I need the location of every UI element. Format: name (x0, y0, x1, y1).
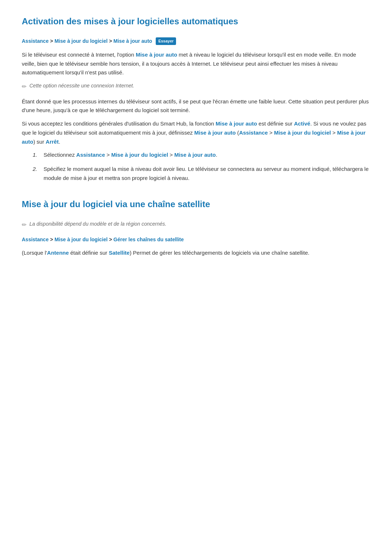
para3-h7: Arrêt (46, 139, 59, 145)
step1-pre: Sélectionnez (44, 152, 76, 158)
pencil-icon-2: ✏ (22, 220, 26, 230)
breadcrumb-logiciel-2[interactable]: Mise à jour du logiciel (54, 235, 107, 243)
step2-content: Spécifiez le moment auquel la mise à niv… (44, 165, 370, 183)
step1-h3: Mise à jour auto (174, 152, 216, 158)
para3-pre: Si vous acceptez les conditions générale… (22, 120, 216, 127)
essayer-badge[interactable]: Essayer (156, 37, 176, 45)
note-block-2: ✏ La disponibilité dépend du modèle et d… (22, 220, 370, 230)
breadcrumb-satellite[interactable]: Gérer les chaînes du satellite (114, 235, 184, 243)
para3-end: . (59, 139, 60, 145)
breadcrumb-auto-1[interactable]: Mise à jour auto (114, 37, 152, 45)
note-text-1: Cette option nécessite une connexion Int… (29, 82, 134, 90)
breadcrumb-sep-2a: > (50, 235, 53, 243)
step-1: 1. Sélectionnez Assistance > Mise à jour… (33, 151, 370, 160)
section1-para1-h1: Mise à jour auto (136, 52, 177, 58)
para3-h1: Mise à jour auto (216, 120, 257, 127)
step1-end: . (216, 152, 217, 158)
section1-para2: Étant donné que les processus internes d… (22, 97, 370, 115)
note-text-2: La disponibilité dépend du modèle et de … (29, 220, 167, 228)
section-auto-update: Activation des mises à jour logicielles … (22, 15, 370, 183)
pencil-icon-1: ✏ (22, 82, 26, 91)
section2-title: Mise à jour du logiciel via une chaîne s… (22, 197, 370, 214)
breadcrumb-2: Assistance > Mise à jour du logiciel > G… (22, 235, 370, 243)
note-block-1: ✏ Cette option nécessite une connexion I… (22, 82, 370, 91)
step1-sep1: > (105, 152, 111, 158)
section2-para1-h2: Satellite (109, 250, 130, 256)
breadcrumb-sep-1a: > (50, 37, 53, 45)
para3-h5: Mise à jour du logiciel (274, 130, 331, 136)
step1-content: Sélectionnez Assistance > Mise à jour du… (44, 151, 370, 160)
section2-para1-h1: Antenne (47, 250, 69, 256)
section1-title: Activation des mises à jour logicielles … (22, 15, 370, 31)
breadcrumb-logiciel-1[interactable]: Mise à jour du logiciel (54, 37, 107, 45)
section1-para3: Si vous acceptez les conditions générale… (22, 119, 370, 146)
breadcrumb-1: Assistance > Mise à jour du logiciel > M… (22, 37, 370, 45)
para3-mid: est définie sur (257, 120, 294, 127)
step2-number: 2. (33, 165, 40, 183)
step1-h2: Mise à jour du logiciel (111, 152, 168, 158)
para3-h4: Assistance (239, 130, 268, 136)
para3-h2: Activé (294, 120, 310, 127)
breadcrumb-sep-1b: > (109, 37, 112, 45)
step1-number: 1. (33, 151, 40, 160)
step-2: 2. Spécifiez le moment auquel la mise à … (33, 165, 370, 183)
step1-h1: Assistance (76, 152, 105, 158)
section1-para1: Si le téléviseur est connecté à Internet… (22, 50, 370, 77)
section2-para1-mid: était définie sur (69, 250, 109, 256)
para3-paren-close: ) sur (33, 139, 46, 145)
steps-list: 1. Sélectionnez Assistance > Mise à jour… (33, 151, 370, 182)
section2-para1-open: (Lorsque l' (22, 250, 47, 256)
para3-paren-open: ( (236, 130, 239, 136)
section-satellite-update: Mise à jour du logiciel via une chaîne s… (22, 197, 370, 258)
para3-sep1: > (268, 130, 274, 136)
step1-sep2: > (168, 152, 174, 158)
para3-sep2: > (331, 130, 337, 136)
section2-para1-close: ) Permet de gérer les téléchargements de… (130, 250, 309, 256)
breadcrumb-assistance-2[interactable]: Assistance (22, 235, 49, 243)
section1-para1-pre: Si le téléviseur est connecté à Internet… (22, 52, 136, 58)
breadcrumb-assistance-1[interactable]: Assistance (22, 37, 49, 45)
para3-h3: Mise à jour auto (194, 130, 236, 136)
section2-para1: (Lorsque l'Antenne était définie sur Sat… (22, 249, 370, 258)
breadcrumb-sep-2b: > (109, 235, 112, 243)
